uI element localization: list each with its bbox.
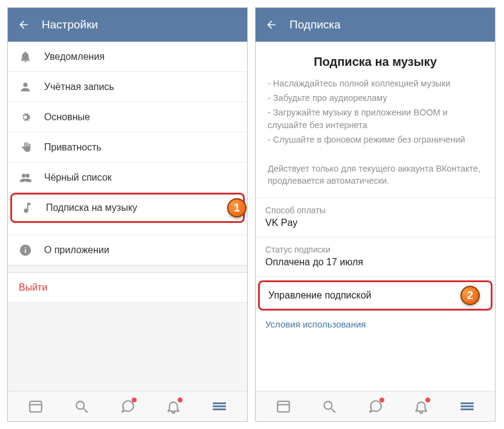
- settings-item-notifications[interactable]: Уведомления: [8, 42, 247, 72]
- settings-item-label: О приложении: [44, 245, 109, 256]
- empty-fill: [8, 303, 247, 391]
- settings-item-music-subscription[interactable]: Подписка на музыку 1: [10, 193, 245, 223]
- terms-link[interactable]: Условия использования: [256, 311, 495, 334]
- after-highlight-gap: [8, 223, 247, 235]
- info-icon: [19, 244, 32, 257]
- notification-dot: [131, 397, 137, 403]
- settings-item-privacy[interactable]: Приватность: [8, 132, 247, 163]
- settings-item-account[interactable]: Учётная запись: [8, 72, 247, 102]
- tab-menu[interactable]: [459, 398, 476, 415]
- subscription-note: Действует только для текущего аккаунта В…: [256, 156, 495, 198]
- hamburger-icon: [460, 401, 474, 411]
- svg-line-3: [83, 408, 88, 413]
- svg-point-6: [324, 401, 332, 409]
- settings-item-label: Учётная запись: [44, 82, 114, 92]
- notification-dot: [379, 397, 385, 403]
- settings-list: Уведомления Учётная запись Основные Прив…: [8, 42, 247, 391]
- subscription-status-label: Статус подписки: [256, 237, 495, 257]
- settings-item-label: Подписка на музыку: [46, 202, 137, 213]
- settings-item-label: Чёрный список: [44, 172, 112, 183]
- subscription-bullets: - Наслаждайтесь полной коллекцией музыки…: [256, 77, 495, 156]
- list-spacer: [8, 265, 247, 273]
- gear-icon: [19, 111, 32, 124]
- tab-search[interactable]: [73, 398, 90, 415]
- tab-feed[interactable]: [27, 398, 44, 415]
- music-icon: [21, 201, 34, 214]
- notification-dot: [425, 397, 431, 403]
- tab-notifications[interactable]: [165, 398, 182, 415]
- bullet-item: - Забудьте про аудиорекламу: [268, 92, 483, 105]
- tab-search[interactable]: [321, 398, 338, 415]
- bullet-item: - Наслаждайтесь полной коллекцией музыки: [268, 77, 483, 91]
- settings-item-label: Уведомления: [44, 51, 105, 62]
- settings-item-general[interactable]: Основные: [8, 102, 247, 132]
- hamburger-icon: [213, 401, 226, 411]
- tab-messages[interactable]: [367, 398, 384, 415]
- user-icon: [19, 80, 32, 94]
- tab-notifications[interactable]: [413, 398, 430, 415]
- subscription-screen: Подписка Подписка на музыку - Наслаждайт…: [255, 7, 496, 422]
- back-icon[interactable]: [18, 19, 30, 31]
- tab-messages[interactable]: [119, 398, 136, 415]
- appbar: Подписка: [256, 8, 495, 42]
- manage-subscription-label: Управление подпиской: [268, 290, 372, 301]
- bell-icon: [19, 50, 32, 63]
- bullet-item: - Загружайте музыку в приложении BOOM и …: [268, 106, 483, 133]
- bottom-tabbar: [8, 391, 247, 421]
- blacklist-icon: [19, 171, 32, 184]
- svg-rect-4: [277, 401, 289, 411]
- bullet-item: - Слушайте в фоновом режиме без ограниче…: [268, 134, 483, 147]
- svg-line-7: [331, 408, 335, 413]
- hand-icon: [19, 141, 32, 154]
- tab-menu[interactable]: [211, 398, 228, 415]
- payment-method-value[interactable]: VK Pay: [256, 218, 495, 237]
- svg-rect-0: [30, 401, 42, 411]
- callout-badge-2: 2: [460, 286, 480, 305]
- appbar-title: Настройки: [42, 18, 98, 31]
- payment-method-label: Способ оплаты: [256, 198, 495, 218]
- manage-subscription-button[interactable]: Управление подпиской 2: [258, 280, 493, 311]
- callout-badge-1: 1: [227, 198, 247, 218]
- subscription-content: Подписка на музыку - Наслаждайтесь полно…: [256, 42, 495, 391]
- settings-item-label: Приватность: [44, 142, 102, 153]
- back-icon[interactable]: [265, 19, 277, 31]
- settings-item-blacklist[interactable]: Чёрный список: [8, 163, 247, 193]
- tab-feed[interactable]: [275, 398, 292, 415]
- subscription-status-value: Оплачена до 17 июля: [256, 257, 495, 276]
- settings-item-about[interactable]: О приложении: [8, 235, 247, 265]
- appbar-title: Подписка: [289, 18, 341, 31]
- settings-item-label: Основные: [44, 112, 90, 123]
- logout-button[interactable]: Выйти: [8, 273, 247, 303]
- svg-point-2: [76, 401, 84, 409]
- settings-screen: Настройки Уведомления Учётная запись Осн…: [7, 7, 248, 422]
- logout-label: Выйти: [19, 282, 47, 293]
- bottom-tabbar: [256, 391, 495, 421]
- subscription-heading: Подписка на музыку: [256, 42, 495, 77]
- appbar: Настройки: [8, 8, 247, 42]
- notification-dot: [177, 397, 183, 403]
